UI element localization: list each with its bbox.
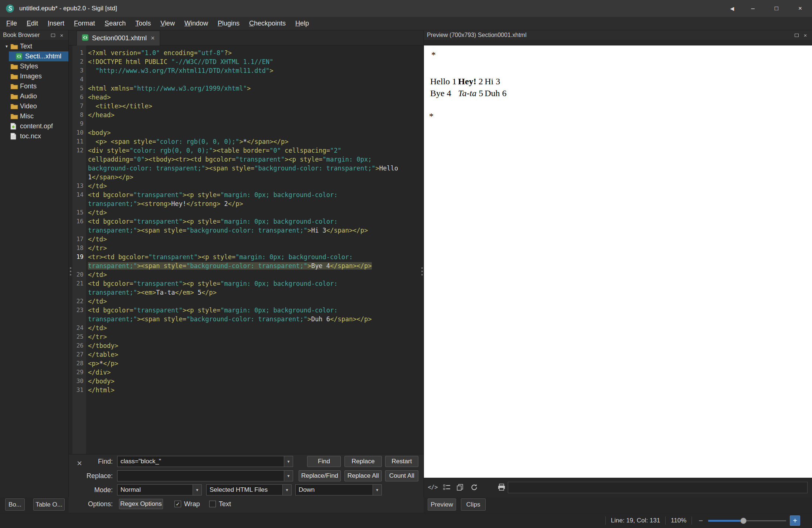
code-line-23-1[interactable]: 23<td bgcolor="transparent"><p style="ma… xyxy=(69,306,424,315)
code-line-7[interactable]: 7 <title></title> xyxy=(69,102,424,111)
code-line-12-2[interactable]: cellpadding="0"><tbody><tr><td bgcolor="… xyxy=(69,155,424,164)
menu-window[interactable]: Window xyxy=(180,17,213,30)
zoom-out-icon[interactable]: − xyxy=(699,517,703,525)
code-line-25[interactable]: 25</tr> xyxy=(69,332,424,341)
print-icon[interactable] xyxy=(497,483,506,492)
menu-file[interactable]: File xyxy=(1,17,22,30)
files-dropdown-icon[interactable]: ▾ xyxy=(282,485,291,495)
dock-tab-table-of-contents[interactable]: Table O... xyxy=(33,498,65,511)
tree-item-fonts[interactable]: Fonts xyxy=(0,81,68,91)
direction-dropdown-icon[interactable]: ▾ xyxy=(373,485,381,495)
preview-close-icon[interactable]: × xyxy=(802,32,809,38)
preview-tab-button[interactable]: Preview xyxy=(428,498,456,511)
tree-item-styles[interactable]: Styles xyxy=(0,61,68,71)
clips-tab-button[interactable]: Clips xyxy=(461,498,486,511)
code-line-26[interactable]: 26</tbody> xyxy=(69,341,424,350)
replace-dropdown-icon[interactable]: ▾ xyxy=(284,471,293,481)
find-button[interactable]: Find xyxy=(307,456,341,467)
float-panel-icon[interactable] xyxy=(49,32,57,38)
menu-plugins[interactable]: Plugins xyxy=(213,17,244,30)
close-panel-icon[interactable]: × xyxy=(58,32,65,38)
copy-icon[interactable] xyxy=(455,483,465,492)
menu-tools[interactable]: Tools xyxy=(130,17,156,30)
menu-insert[interactable]: Insert xyxy=(43,17,69,30)
code-line-21-2[interactable]: transparent;"><em>Ta-ta</em> 5</p> xyxy=(69,288,424,297)
code-line-22[interactable]: 22</td> xyxy=(69,297,424,306)
zoom-slider[interactable] xyxy=(708,517,786,525)
code-line-4[interactable]: 4 xyxy=(69,75,424,84)
menu-help[interactable]: Help xyxy=(291,17,314,30)
splitter-left[interactable] xyxy=(69,263,72,280)
menu-edit[interactable]: Edit xyxy=(22,17,43,30)
code-line-9[interactable]: 9 xyxy=(69,119,424,128)
restart-button[interactable]: Restart xyxy=(385,456,418,467)
code-line-27[interactable]: 27</table> xyxy=(69,350,424,359)
regex-options-button[interactable]: Regex Options xyxy=(119,499,163,509)
code-line-21-1[interactable]: 21<td bgcolor="transparent"><p style="ma… xyxy=(69,279,424,288)
zoom-slider-handle[interactable] xyxy=(740,518,747,524)
tree-item-video[interactable]: Video xyxy=(0,101,68,111)
menu-view[interactable]: View xyxy=(156,17,180,30)
code-line-30[interactable]: 30</body> xyxy=(69,377,424,386)
code-line-6[interactable]: 6<head> xyxy=(69,93,424,102)
code-line-12-3[interactable]: background-color: transparent;"><span st… xyxy=(69,164,424,173)
code-line-28[interactable]: 28<p>*</p> xyxy=(69,359,424,368)
code-line-5[interactable]: 5<html xmlns="http://www.w3.org/1999/xht… xyxy=(69,84,424,93)
menu-format[interactable]: Format xyxy=(69,17,100,30)
collapse-arrow-icon[interactable]: ◀ xyxy=(723,0,741,17)
files-select[interactable]: Selected HTML Files ▾ xyxy=(206,484,292,495)
code-line-29[interactable]: 29</div> xyxy=(69,368,424,377)
code-line-17[interactable]: 17</td> xyxy=(69,235,424,244)
expander-icon[interactable]: ▼ xyxy=(3,44,10,48)
preview-toolbar-field[interactable] xyxy=(508,482,808,493)
replace-input[interactable]: ▾ xyxy=(117,470,293,481)
replace-button[interactable]: Replace xyxy=(344,456,382,467)
code-line-24[interactable]: 24</td> xyxy=(69,324,424,332)
code-line-14-1[interactable]: 14<td bgcolor="transparent"><p style="ma… xyxy=(69,190,424,199)
checklist-icon[interactable] xyxy=(442,483,452,492)
tab-section0001[interactable]: Section0001.xhtml × xyxy=(77,31,160,45)
inspect-code-icon[interactable]: </> xyxy=(428,483,438,492)
code-line-2[interactable]: 2<!DOCTYPE html PUBLIC "-//W3C//DTD XHTM… xyxy=(69,57,424,66)
code-line-20[interactable]: 20</td> xyxy=(69,270,424,279)
menu-search[interactable]: Search xyxy=(100,17,130,30)
code-editor[interactable]: 1<?xml version="1.0" encoding="utf-8"?>2… xyxy=(69,45,424,454)
count-all-button[interactable]: Count All xyxy=(385,470,418,481)
tree-item-text[interactable]: ▼Text xyxy=(0,41,68,51)
code-line-16-2[interactable]: transparent;"><span style="background-co… xyxy=(69,226,424,235)
code-line-23-2[interactable]: transparent;"><span style="background-co… xyxy=(69,315,424,324)
code-line-19-2[interactable]: transparent;"><span style="background-co… xyxy=(69,261,424,270)
code-line-16-1[interactable]: 16<td bgcolor="transparent"><p style="ma… xyxy=(69,217,424,226)
tab-close-icon[interactable]: × xyxy=(151,34,155,42)
minimize-button[interactable]: – xyxy=(741,0,765,17)
code-line-12-1[interactable]: 12<div style="color: rgb(0, 0, 0);"><tab… xyxy=(69,146,424,155)
tree-item-secti-xhtml[interactable]: Secti...xhtml xyxy=(0,51,68,61)
menu-checkpoints[interactable]: Checkpoints xyxy=(244,17,291,30)
zoom-in-button[interactable]: + xyxy=(790,515,800,526)
splitter-right[interactable] xyxy=(420,263,424,280)
preview-float-icon[interactable] xyxy=(793,32,800,38)
replace-find-button[interactable]: Replace/Find xyxy=(299,470,341,481)
maximize-button[interactable]: □ xyxy=(765,0,788,17)
refresh-icon[interactable] xyxy=(469,483,479,492)
code-line-3[interactable]: 3 "http://www.w3.org/TR/xhtml11/DTD/xhtm… xyxy=(69,66,424,75)
replace-all-button[interactable]: Replace All xyxy=(344,470,382,481)
code-line-10[interactable]: 10<body> xyxy=(69,128,424,137)
tree-item-content-opf[interactable]: content.opf xyxy=(0,121,68,131)
code-line-31[interactable]: 31</html> xyxy=(69,386,424,395)
tree-item-misc[interactable]: Misc xyxy=(0,111,68,121)
tree-item-images[interactable]: Images xyxy=(0,71,68,81)
tree-item-audio[interactable]: Audio xyxy=(0,91,68,101)
find-input[interactable]: class="block_" ▾ xyxy=(117,456,293,467)
checkbox-text[interactable]: Text xyxy=(209,498,231,510)
code-line-12-4[interactable]: 1</span></p> xyxy=(69,173,424,182)
code-line-8[interactable]: 8</head> xyxy=(69,111,424,119)
code-line-13[interactable]: 13</td> xyxy=(69,182,424,190)
mode-dropdown-icon[interactable]: ▾ xyxy=(193,485,201,495)
code-line-18[interactable]: 18</tr> xyxy=(69,244,424,253)
code-line-14-2[interactable]: transparent;"><strong>Hey!</strong> 2</p… xyxy=(69,199,424,208)
checkbox-wrap[interactable]: ✓ Wrap xyxy=(174,498,200,510)
close-button[interactable]: × xyxy=(788,0,812,17)
dock-tab-book-browser[interactable]: Bo... xyxy=(5,498,25,511)
direction-select[interactable]: Down ▾ xyxy=(295,484,382,495)
